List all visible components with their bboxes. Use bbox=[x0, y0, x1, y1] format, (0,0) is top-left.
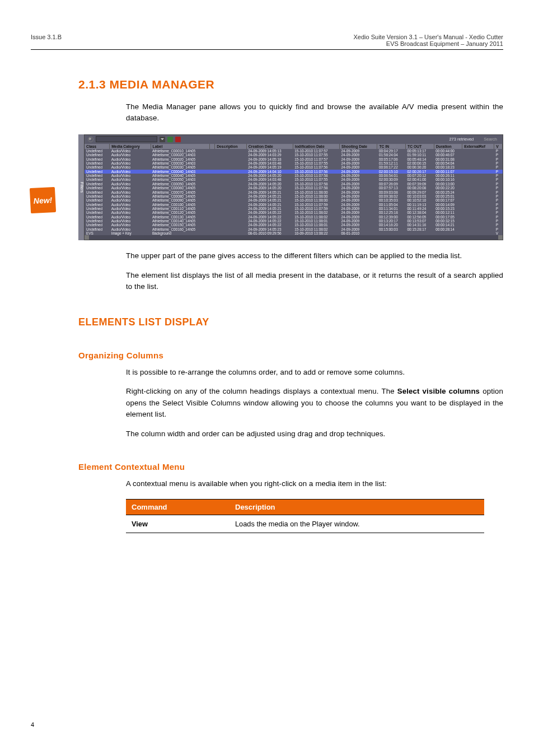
refresh-icon[interactable] bbox=[167, 137, 173, 142]
table-row[interactable]: UndefinedAudio/VideoAthletisme_C00030_14… bbox=[85, 161, 503, 165]
table-row[interactable]: UndefinedAudio/VideoAthletisme_C00040_14… bbox=[85, 174, 503, 178]
table-row[interactable]: UndefinedAudio/VideoAthletisme_C00080_14… bbox=[85, 194, 503, 198]
search-input[interactable] bbox=[96, 136, 157, 142]
clear-filter-icon[interactable] bbox=[175, 137, 181, 142]
retrieved-count: 273 retrieved bbox=[449, 137, 474, 142]
column-header[interactable] bbox=[210, 144, 215, 149]
subsection-elements-list: ELEMENTS LIST DISPLAY bbox=[78, 316, 503, 328]
filters-paragraph: The upper part of the pane gives access … bbox=[126, 250, 503, 262]
table-row[interactable]: UndefinedAudio/VideoAthletisme_C00090_14… bbox=[85, 198, 503, 202]
column-header[interactable]: Description bbox=[215, 144, 246, 149]
table-row[interactable]: UndefinedAudio/VideoAthletisme_C00100_14… bbox=[85, 203, 503, 207]
table-row[interactable]: UndefinedAudio/VideoAthletisme_C00020_14… bbox=[85, 153, 503, 157]
table-row[interactable]: UndefinedAudio/VideoAthletisme_C00120_14… bbox=[85, 211, 503, 214]
column-header[interactable]: V bbox=[494, 144, 503, 149]
command-table: Command Description View Loads the media… bbox=[126, 499, 484, 533]
view-description: Loads the media on the Player window. bbox=[229, 515, 484, 533]
header-divider bbox=[31, 49, 503, 50]
media-manager-screenshot: Filters 273 retrieved Search ClassMedia … bbox=[78, 134, 503, 241]
table-row[interactable]: UndefinedAudio/VideoAthletisme_C00160_14… bbox=[85, 227, 503, 231]
table-row[interactable]: UndefinedAudio/VideoAthletisme_C00020_14… bbox=[85, 157, 503, 161]
search-label[interactable]: Search bbox=[484, 137, 497, 142]
filters-tab[interactable]: Filters bbox=[78, 134, 84, 241]
page-number: 4 bbox=[31, 721, 34, 728]
select-visible-columns-option: Select visible columns bbox=[397, 387, 480, 395]
table-row[interactable]: EVSImage + KeyBackground08-01-2010 09:29… bbox=[85, 231, 503, 235]
new-badge: New! bbox=[30, 187, 56, 213]
table-row[interactable]: UndefinedAudio/VideoAthletisme_C00060_14… bbox=[85, 186, 503, 190]
column-header[interactable]: ExternalRef bbox=[462, 144, 494, 149]
rearrange-paragraph: It is possible to re-arrange the columns… bbox=[126, 367, 503, 378]
doc-company: EVS Broadcast Equipment – January 2011 bbox=[354, 40, 503, 47]
rightclick-paragraph: Right-clicking on any of the column head… bbox=[126, 386, 503, 420]
table-row[interactable]: UndefinedAudio/VideoAthletisme_C00130_14… bbox=[85, 215, 503, 219]
column-header[interactable]: lodification Date bbox=[293, 144, 339, 149]
table-row[interactable]: UndefinedAudio/VideoAthletisme_C00110_14… bbox=[85, 207, 503, 211]
command-header: Command bbox=[126, 499, 229, 515]
scroll-right-button[interactable] bbox=[498, 235, 503, 240]
column-header[interactable]: Label bbox=[151, 144, 210, 149]
description-header: Description bbox=[229, 499, 484, 515]
table-row[interactable]: UndefinedAudio/VideoAthletisme_C00050_14… bbox=[85, 182, 503, 186]
doc-title: Xedio Suite Version 3.1 – User's Manual … bbox=[354, 34, 503, 40]
media-list-table[interactable]: ClassMedia CategoryLabelDescriptionCreat… bbox=[85, 144, 503, 236]
column-header[interactable]: Media Category bbox=[110, 144, 151, 149]
column-header[interactable]: TC OUT bbox=[406, 144, 434, 149]
element-list-paragraph: The element list displays the list of al… bbox=[126, 270, 503, 293]
table-row[interactable]: UndefinedAudio/VideoAthletisme_C00050_14… bbox=[85, 178, 503, 181]
column-header[interactable]: Class bbox=[85, 144, 110, 149]
column-width-paragraph: The column width and order can be adjust… bbox=[126, 428, 503, 440]
issue-label: Issue 3.1.B bbox=[31, 34, 62, 47]
horizontal-scrollbar[interactable] bbox=[85, 235, 503, 240]
column-header[interactable]: Shooting Date bbox=[339, 144, 377, 149]
intro-paragraph: The Media Manager pane allows you to qui… bbox=[126, 101, 503, 124]
column-header[interactable]: Creation Date bbox=[246, 144, 293, 149]
table-row[interactable]: UndefinedAudio/VideoAthletisme_C00150_14… bbox=[85, 223, 503, 227]
subsub-organizing-columns: Organizing Columns bbox=[78, 351, 503, 360]
view-command: View bbox=[126, 515, 229, 533]
table-row[interactable]: UndefinedAudio/VideoAthletisme_C00010_14… bbox=[85, 149, 503, 153]
column-header[interactable]: Duration bbox=[434, 144, 462, 149]
scroll-left-button[interactable] bbox=[85, 235, 89, 240]
section-title-media-manager: 2.1.3 MEDIA MANAGER bbox=[78, 78, 503, 91]
search-icon[interactable] bbox=[88, 137, 93, 142]
search-type-dropdown[interactable] bbox=[160, 137, 165, 142]
table-row[interactable]: UndefinedAudio/VideoAthletisme_C00070_14… bbox=[85, 190, 503, 194]
table-row[interactable]: UndefinedAudio/VideoAthletisme_C00140_14… bbox=[85, 219, 503, 223]
contextual-menu-paragraph: A contextual menu is available when you … bbox=[126, 478, 503, 489]
column-header[interactable]: TC IN bbox=[377, 144, 406, 149]
table-row[interactable]: UndefinedAudio/VideoAthletisme_C00040_14… bbox=[85, 170, 503, 174]
subsub-contextual-menu: Element Contextual Menu bbox=[78, 462, 503, 472]
table-row: View Loads the media on the Player windo… bbox=[126, 515, 484, 533]
table-row[interactable]: UndefinedAudio/VideoAthletisme_C00030_14… bbox=[85, 165, 503, 169]
